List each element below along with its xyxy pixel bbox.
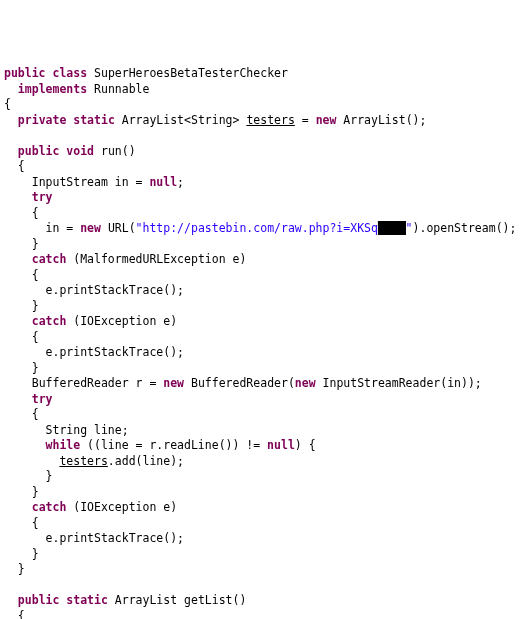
code-line: in = new URL("http://pastebin.com/raw.ph…: [4, 221, 519, 237]
code-line: {: [4, 407, 519, 423]
brace: {: [32, 330, 39, 344]
redacted-text: ████: [378, 221, 406, 235]
keyword-try: try: [32, 190, 53, 204]
keyword-static: static: [73, 113, 115, 127]
stmt-text: InputStreamReader(in));: [316, 376, 482, 390]
code-line: public void run(): [4, 144, 519, 160]
code-line: }: [4, 562, 519, 578]
decl-text: ArrayList<String>: [115, 113, 247, 127]
stmt-text: URL(: [101, 221, 136, 235]
keyword-public: public: [4, 66, 46, 80]
keyword-implements: implements: [18, 82, 87, 96]
keyword-new: new: [80, 221, 101, 235]
blank-line: [4, 128, 519, 144]
brace: }: [32, 299, 39, 313]
keyword-class: class: [52, 66, 87, 80]
brace: {: [18, 609, 25, 620]
keyword-new: new: [316, 113, 337, 127]
code-line: {: [4, 330, 519, 346]
stmt-text: BufferedReader(: [184, 376, 295, 390]
code-line: try: [4, 392, 519, 408]
method-run: run(): [94, 144, 136, 158]
stmt-text: e.printStackTrace();: [46, 345, 184, 359]
code-line: BufferedReader r = new BufferedReader(ne…: [4, 376, 519, 392]
keyword-new: new: [295, 376, 316, 390]
brace: {: [32, 516, 39, 530]
code-line: while ((line = r.readLine()) != null) {: [4, 438, 519, 454]
code-line: catch (IOException e): [4, 500, 519, 516]
brace: }: [32, 361, 39, 375]
code-line: }: [4, 361, 519, 377]
keyword-null: null: [267, 438, 295, 452]
code-line: {: [4, 516, 519, 532]
stmt-text: String line;: [46, 423, 129, 437]
keyword-catch: catch: [32, 314, 67, 328]
field-testers: testers: [246, 113, 294, 127]
code-line: {: [4, 206, 519, 222]
code-line: e.printStackTrace();: [4, 531, 519, 547]
brace: }: [32, 237, 39, 251]
keyword-null: null: [149, 175, 177, 189]
code-line: }: [4, 547, 519, 563]
keyword-while: while: [46, 438, 81, 452]
brace: }: [18, 562, 25, 576]
code-line: private static ArrayList<String> testers…: [4, 113, 519, 129]
keyword-catch: catch: [32, 252, 67, 266]
keyword-public: public: [18, 593, 60, 607]
code-line: public class SuperHeroesBetaTesterChecke…: [4, 66, 519, 82]
code-line: InputStream in = null;: [4, 175, 519, 191]
code-line: {: [4, 609, 519, 620]
keyword-try: try: [32, 392, 53, 406]
field-testers: testers: [59, 454, 107, 468]
catch-clause: (MalformedURLException e): [66, 252, 246, 266]
brace: }: [32, 485, 39, 499]
brace: {: [18, 159, 25, 173]
while-cond: ) {: [295, 438, 316, 452]
method-getlist: ArrayList getList(): [108, 593, 246, 607]
code-line: {: [4, 97, 519, 113]
brace: }: [46, 469, 53, 483]
code-line: }: [4, 485, 519, 501]
brace: {: [32, 268, 39, 282]
stmt-text: e.printStackTrace();: [46, 531, 184, 545]
keyword-static: static: [66, 593, 108, 607]
code-line: testers.add(line);: [4, 454, 519, 470]
string-literal: ": [406, 221, 413, 235]
while-cond: ((line = r.readLine()) !=: [80, 438, 267, 452]
code-line: {: [4, 268, 519, 284]
keyword-void: void: [66, 144, 94, 158]
brace: {: [32, 407, 39, 421]
keyword-new: new: [163, 376, 184, 390]
code-line: {: [4, 159, 519, 175]
class-name: SuperHeroesBetaTesterChecker: [94, 66, 288, 80]
brace: }: [32, 547, 39, 561]
code-line: public static ArrayList getList(): [4, 593, 519, 609]
keyword-public: public: [18, 144, 60, 158]
stmt-text: InputStream in =: [32, 175, 150, 189]
stmt-text: .add(line);: [108, 454, 184, 468]
decl-text: ArrayList();: [336, 113, 426, 127]
brace: {: [32, 206, 39, 220]
catch-clause: (IOException e): [66, 500, 177, 514]
interface-name: Runnable: [94, 82, 149, 96]
blank-line: [4, 578, 519, 594]
decl-text: =: [295, 113, 316, 127]
keyword-private: private: [18, 113, 66, 127]
catch-clause: (IOException e): [66, 314, 177, 328]
string-literal: "http://pastebin.com/raw.php?i=XKSq: [136, 221, 378, 235]
code-line: e.printStackTrace();: [4, 283, 519, 299]
stmt-text: ).openStream();: [413, 221, 517, 235]
code-line: }: [4, 237, 519, 253]
keyword-catch: catch: [32, 500, 67, 514]
brace: {: [4, 97, 11, 111]
code-line: implements Runnable: [4, 82, 519, 98]
code-line: catch (IOException e): [4, 314, 519, 330]
stmt-text: BufferedReader r =: [32, 376, 164, 390]
code-line: catch (MalformedURLException e): [4, 252, 519, 268]
semicolon: ;: [177, 175, 184, 189]
code-line: e.printStackTrace();: [4, 345, 519, 361]
code-line: try: [4, 190, 519, 206]
code-line: }: [4, 299, 519, 315]
stmt-text: e.printStackTrace();: [46, 283, 184, 297]
code-line: }: [4, 469, 519, 485]
